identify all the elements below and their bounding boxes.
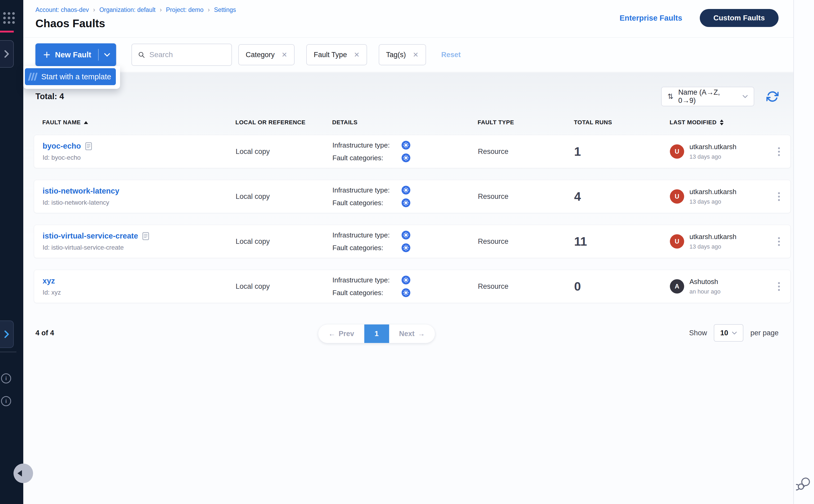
- infrastructure-type-label: Infrastructure type:: [332, 141, 401, 149]
- total-runs: 11: [574, 234, 670, 249]
- avatar: U: [670, 234, 684, 249]
- kubernetes-icon: [401, 198, 411, 208]
- template-icon: [28, 73, 38, 81]
- nav-expand-panel-bottom[interactable]: [0, 320, 14, 348]
- toolbar: New Fault Category Fault Type Tag(s) Res…: [23, 38, 793, 72]
- column-header-last-modified[interactable]: LAST MODIFIED: [670, 119, 765, 126]
- fault-type: Resource: [478, 193, 574, 201]
- current-page-button[interactable]: 1: [364, 324, 389, 343]
- kubernetes-icon: [401, 288, 411, 297]
- kubernetes-icon: [401, 185, 411, 195]
- sort-asc-icon: [84, 121, 88, 124]
- fault-name-link[interactable]: istio-virtual-service-create: [43, 232, 138, 240]
- column-header-fault-type: FAULT TYPE: [478, 119, 574, 126]
- right-rail: [793, 0, 814, 504]
- next-page-button[interactable]: Next: [389, 324, 435, 343]
- chevron-down-icon: [742, 95, 748, 98]
- result-count: 4 of 4: [35, 329, 54, 337]
- search-input[interactable]: [149, 51, 226, 59]
- left-nav-sidebar: [0, 0, 23, 504]
- custom-faults-button[interactable]: Custom Faults: [700, 9, 779, 27]
- per-page-label: per page: [750, 329, 779, 337]
- content-area: Total: 4 Name (A→Z, 0→9) FAULT NAME LOCA…: [23, 72, 793, 504]
- breadcrumb-project[interactable]: Project: demo: [166, 6, 204, 13]
- column-header-fault-name[interactable]: FAULT NAME: [42, 119, 235, 126]
- fault-name-link[interactable]: istio-network-latency: [43, 187, 119, 195]
- sort-dropdown[interactable]: Name (A→Z, 0→9): [661, 87, 754, 106]
- filter-chip-category[interactable]: Category: [238, 44, 295, 65]
- local-or-reference: Local copy: [236, 193, 332, 201]
- prev-page-button[interactable]: Prev: [318, 324, 364, 343]
- modified-at: 13 days ago: [689, 198, 737, 205]
- table-row: byoc-echo Id: byoc-echo Local copy Infra…: [34, 135, 791, 168]
- button-divider: [98, 49, 99, 61]
- show-label: Show: [689, 329, 707, 337]
- kubernetes-icon: [401, 275, 411, 285]
- fault-name-cell: xyz Id: xyz: [43, 277, 236, 296]
- fault-id: Id: byoc-echo: [43, 154, 236, 161]
- avatar: U: [670, 144, 684, 159]
- chat-bubbles-icon: [796, 476, 811, 491]
- column-header-label: LOCAL OR REFERENCE: [235, 119, 305, 126]
- modified-by: Ashutosh: [689, 278, 720, 286]
- kubernetes-icon: [401, 153, 411, 163]
- refresh-button[interactable]: [766, 90, 779, 103]
- infrastructure-type-label: Infrastructure type:: [332, 186, 401, 194]
- last-modified-cell: U utkarsh.utkarsh 13 days ago: [670, 188, 765, 205]
- filter-chip-label: Fault Type: [314, 51, 347, 59]
- fault-type: Resource: [478, 282, 574, 291]
- breadcrumb-account[interactable]: Account: chaos-dev: [35, 6, 89, 13]
- start-with-template-item[interactable]: Start with a template: [25, 68, 116, 85]
- row-menu-kebab-icon[interactable]: [778, 282, 790, 291]
- filter-chip-tags[interactable]: Tag(s): [379, 44, 426, 65]
- modified-by: utkarsh.utkarsh: [689, 188, 737, 196]
- fault-categories-label: Fault categories:: [332, 199, 401, 207]
- new-fault-dropdown: Start with a template: [23, 66, 120, 89]
- column-header-label: FAULT TYPE: [478, 119, 514, 126]
- last-modified-cell: U utkarsh.utkarsh 13 days ago: [670, 143, 765, 160]
- filter-chip-fault-type[interactable]: Fault Type: [306, 44, 367, 65]
- sidebar-divider: [0, 352, 16, 352]
- support-chat-button[interactable]: [796, 476, 811, 492]
- column-header-label: DETAILS: [332, 119, 358, 126]
- details-cell: Infrastructure type: Fault categories:: [332, 230, 478, 253]
- manifest-doc-icon[interactable]: [142, 232, 149, 240]
- total-runs: 1: [574, 144, 670, 159]
- row-menu-kebab-icon[interactable]: [778, 147, 790, 156]
- kubernetes-icon: [401, 140, 411, 150]
- breadcrumb-settings[interactable]: Settings: [214, 6, 236, 13]
- fault-name-link[interactable]: xyz: [43, 277, 55, 285]
- breadcrumb-organization[interactable]: Organization: default: [99, 6, 156, 13]
- new-fault-button[interactable]: New Fault: [35, 43, 116, 66]
- enterprise-faults-link[interactable]: Enterprise Faults: [620, 14, 682, 22]
- row-menu-kebab-icon[interactable]: [778, 192, 790, 201]
- remove-filter-icon[interactable]: [354, 51, 360, 59]
- chevron-down-icon[interactable]: [104, 53, 110, 57]
- app-launcher-grid-icon[interactable]: [3, 12, 15, 24]
- row-menu-kebab-icon[interactable]: [778, 237, 790, 246]
- filter-chip-label: Category: [246, 51, 275, 59]
- chevron-down-icon: [732, 331, 737, 335]
- fault-name-cell: istio-network-latency Id: istio-network-…: [43, 187, 236, 206]
- column-header-label: LAST MODIFIED: [670, 119, 717, 126]
- search-box: [131, 44, 232, 66]
- remove-filter-icon[interactable]: [413, 51, 419, 59]
- info-icon[interactable]: [1, 373, 11, 383]
- template-item-label: Start with a template: [41, 72, 111, 81]
- pager: Prev 1 Next: [318, 324, 435, 343]
- page-header: Account: chaos-dev › Organization: defau…: [23, 0, 793, 38]
- fault-name-link[interactable]: byoc-echo: [43, 142, 81, 150]
- fault-categories-label: Fault categories:: [332, 244, 401, 252]
- column-header-total-runs: TOTAL RUNS: [574, 119, 670, 126]
- reset-filters-button[interactable]: Reset: [441, 51, 461, 59]
- table-row: istio-virtual-service-create Id: istio-v…: [34, 225, 791, 258]
- sidebar-collapse-button[interactable]: [13, 464, 33, 483]
- last-modified-cell: U utkarsh.utkarsh 13 days ago: [670, 233, 765, 250]
- info-icon[interactable]: [1, 396, 11, 406]
- kubernetes-icon: [401, 230, 411, 240]
- fault-id: Id: xyz: [43, 289, 236, 296]
- page-size-select[interactable]: 10: [714, 324, 743, 342]
- manifest-doc-icon[interactable]: [85, 142, 92, 150]
- nav-expand-panel-top[interactable]: [0, 40, 14, 68]
- remove-filter-icon[interactable]: [282, 51, 287, 59]
